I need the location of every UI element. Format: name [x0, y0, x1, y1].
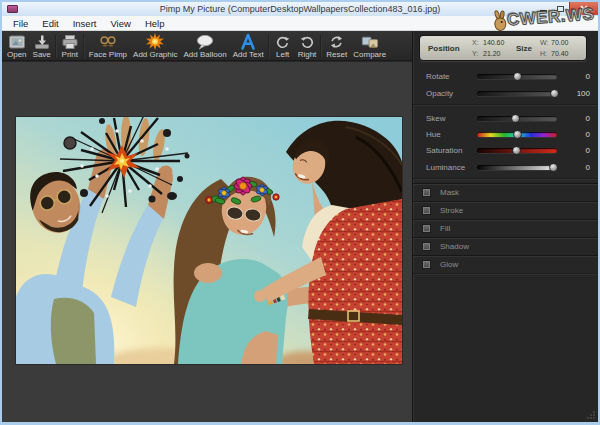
- window-title: Pimp My Picture (ComputerDesktopWallpape…: [2, 4, 598, 14]
- mask-checkbox[interactable]: [422, 188, 431, 197]
- w-value[interactable]: 70.00: [551, 39, 569, 46]
- app-window: Pimp My Picture (ComputerDesktopWallpape…: [0, 0, 600, 425]
- toolbar: Open Save Print Face Pimp Add Grap: [2, 31, 412, 61]
- face-pimp-icon: [99, 33, 117, 50]
- toolbar-separator: [268, 34, 270, 58]
- skew-slider[interactable]: [477, 116, 557, 121]
- window-controls: [535, 2, 598, 15]
- slider-handle[interactable]: [511, 114, 520, 123]
- menu-insert[interactable]: Insert: [66, 18, 104, 29]
- saturation-slider-row: Saturation 0: [413, 142, 599, 158]
- rotate-right-icon: [298, 33, 316, 50]
- minimize-button[interactable]: [535, 2, 552, 15]
- toolbar-save-button[interactable]: Save: [30, 32, 54, 60]
- close-icon: [580, 5, 588, 13]
- compare-icon: [361, 33, 379, 50]
- toolbar-reset-button[interactable]: Reset: [323, 32, 350, 60]
- menu-edit[interactable]: Edit: [35, 18, 65, 29]
- x-value[interactable]: 140.60: [483, 39, 504, 46]
- slider-handle[interactable]: [513, 72, 522, 81]
- rotate-slider-row: Rotate 0: [413, 68, 599, 84]
- resize-grip[interactable]: [587, 411, 595, 419]
- menu-bar: File Edit Insert View Help: [2, 16, 598, 31]
- skew-slider-row: Skew 0: [413, 110, 599, 126]
- inspector-panel: Position X: 140.60 Y: 21.20 Size W: 70.0…: [412, 31, 598, 422]
- fill-checkbox[interactable]: [422, 224, 431, 233]
- luminance-slider-row: Luminance 0: [413, 159, 599, 175]
- toolbar-separator: [320, 34, 322, 58]
- luminance-slider[interactable]: [477, 165, 557, 170]
- save-icon: [33, 33, 51, 50]
- h-value[interactable]: 70.40: [551, 50, 569, 57]
- toolbar-add-balloon-button[interactable]: Add Balloon: [181, 32, 230, 60]
- slider-handle[interactable]: [549, 163, 558, 172]
- w-label: W:: [540, 39, 548, 46]
- y-label: Y:: [472, 50, 478, 57]
- glow-checkbox[interactable]: [422, 260, 431, 269]
- stroke-checkbox[interactable]: [422, 206, 431, 215]
- slider-handle[interactable]: [513, 130, 522, 139]
- menu-view[interactable]: View: [103, 18, 137, 29]
- slider-handle[interactable]: [550, 89, 559, 98]
- toolbar-rotate-right-button[interactable]: Right: [295, 32, 320, 60]
- toolbar-print-button[interactable]: Print: [58, 32, 82, 60]
- menu-help[interactable]: Help: [138, 18, 172, 29]
- x-label: X:: [472, 39, 479, 46]
- rotate-slider[interactable]: [477, 74, 557, 79]
- section-glow[interactable]: Glow: [413, 255, 599, 273]
- position-label: Position: [428, 44, 460, 53]
- shadow-checkbox[interactable]: [422, 242, 431, 251]
- print-icon: [61, 33, 79, 50]
- opacity-slider-row: Opacity 100: [413, 85, 599, 101]
- position-size-box: Position X: 140.60 Y: 21.20 Size W: 70.0…: [419, 35, 587, 61]
- maximize-button[interactable]: [552, 2, 569, 15]
- toolbar-separator: [83, 34, 85, 58]
- title-bar[interactable]: Pimp My Picture (ComputerDesktopWallpape…: [2, 2, 598, 16]
- add-text-icon: [239, 33, 257, 50]
- rotate-left-icon: [274, 33, 292, 50]
- open-image-icon: [8, 33, 26, 50]
- toolbar-face-pimp-button[interactable]: Face Pimp: [86, 32, 130, 60]
- panel-divider: [413, 273, 599, 275]
- canvas-area[interactable]: [2, 62, 412, 422]
- close-button[interactable]: [569, 2, 598, 15]
- slider-handle[interactable]: [512, 146, 521, 155]
- panel-divider: [413, 104, 599, 106]
- size-label: Size: [516, 44, 532, 53]
- toolbar-separator: [55, 34, 57, 58]
- section-shadow[interactable]: Shadow: [413, 237, 599, 255]
- section-fill[interactable]: Fill: [413, 219, 599, 237]
- speech-balloon-icon: [196, 33, 214, 50]
- edited-photo[interactable]: [16, 117, 402, 364]
- maximize-icon: [557, 6, 564, 12]
- hue-slider[interactable]: [477, 132, 557, 137]
- hue-slider-row: Hue 0: [413, 126, 599, 142]
- toolbar-compare-button[interactable]: Compare: [350, 32, 389, 60]
- y-value[interactable]: 21.20: [483, 50, 501, 57]
- section-stroke[interactable]: Stroke: [413, 201, 599, 219]
- toolbar-add-graphic-button[interactable]: Add Graphic: [130, 32, 180, 60]
- toolbar-add-text-button[interactable]: Add Text: [230, 32, 267, 60]
- panel-divider: [413, 178, 599, 180]
- toolbar-open-button[interactable]: Open: [4, 32, 30, 60]
- reset-icon: [328, 33, 346, 50]
- saturation-slider[interactable]: [477, 148, 557, 153]
- opacity-slider[interactable]: [477, 91, 557, 96]
- minimize-icon: [540, 10, 547, 12]
- starburst-icon: [146, 33, 164, 50]
- toolbar-rotate-left-button[interactable]: Left: [271, 32, 295, 60]
- section-mask[interactable]: Mask: [413, 183, 599, 201]
- h-label: H:: [540, 50, 547, 57]
- menu-file[interactable]: File: [6, 18, 35, 29]
